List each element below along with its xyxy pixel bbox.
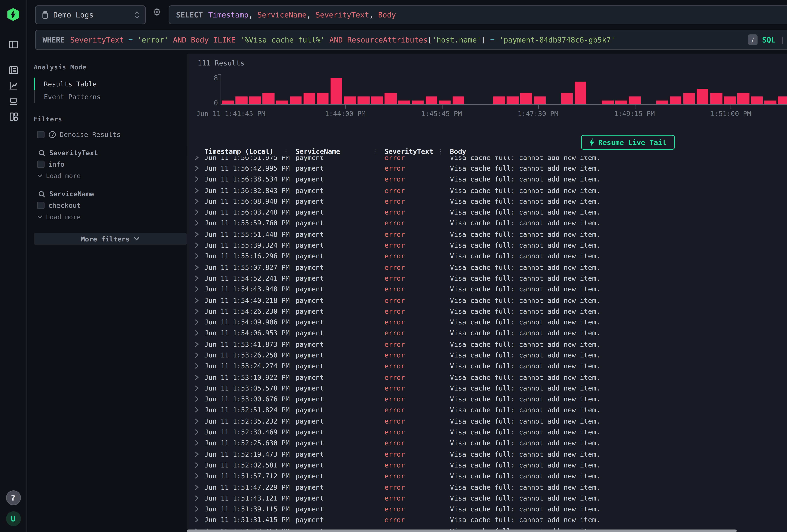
row-expand-chevron-icon[interactable] (194, 286, 199, 292)
table-row[interactable]: Jun 11 1:55:16.296 PMpaymenterrorVisa ca… (187, 251, 787, 262)
histogram-bar[interactable] (331, 78, 342, 104)
table-row[interactable]: Jun 11 1:55:59.760 PMpaymenterrorVisa ca… (187, 218, 787, 229)
histogram-bar[interactable] (669, 97, 681, 104)
horizontal-scrollbar-thumb[interactable] (187, 530, 737, 532)
filter-option-info[interactable]: info (34, 161, 187, 168)
help-button[interactable]: ? (6, 490, 20, 505)
row-expand-chevron-icon[interactable] (194, 275, 199, 281)
histogram-bar[interactable] (710, 93, 722, 104)
sql-mode-toggle[interactable]: SQL (762, 36, 775, 44)
denoise-checkbox[interactable] (37, 131, 44, 138)
histogram-bar[interactable] (371, 97, 383, 104)
row-expand-chevron-icon[interactable] (194, 440, 199, 446)
row-expand-chevron-icon[interactable] (194, 407, 199, 413)
row-expand-chevron-icon[interactable] (194, 198, 199, 204)
histogram-bar[interactable] (317, 93, 329, 104)
row-expand-chevron-icon[interactable] (194, 352, 199, 358)
table-row[interactable]: Jun 11 1:52:51.824 PMpaymenterrorVisa ca… (187, 405, 787, 416)
table-row[interactable]: Jun 11 1:56:03.248 PMpaymenterrorVisa ca… (187, 207, 787, 218)
row-expand-chevron-icon[interactable] (194, 506, 199, 512)
table-row[interactable]: Jun 11 1:52:25.630 PMpaymenterrorVisa ca… (187, 438, 787, 449)
row-expand-chevron-icon[interactable] (194, 176, 199, 183)
column-resize-handle-icon[interactable]: ⋮ (437, 147, 450, 155)
table-row[interactable]: Jun 11 1:53:41.873 PMpaymenterrorVisa ca… (187, 339, 787, 350)
row-expand-chevron-icon[interactable] (194, 473, 199, 479)
row-expand-chevron-icon[interactable] (194, 308, 199, 314)
nav-dashboards-icon[interactable] (7, 111, 19, 123)
row-expand-chevron-icon[interactable] (194, 264, 199, 270)
user-avatar[interactable]: U (6, 511, 20, 526)
row-expand-chevron-icon[interactable] (194, 253, 199, 259)
table-row[interactable]: Jun 11 1:52:35.232 PMpaymenterrorVisa ca… (187, 416, 787, 427)
table-row[interactable]: Jun 11 1:56:42.995 PMpaymenterrorVisa ca… (187, 163, 787, 174)
nav-chart-explorer-icon[interactable] (7, 80, 19, 92)
histogram-bar[interactable] (263, 93, 275, 104)
histogram-bar[interactable] (358, 97, 369, 104)
table-row[interactable]: Jun 11 1:51:43.121 PMpaymenterrorVisa ca… (187, 492, 787, 504)
row-expand-chevron-icon[interactable] (194, 363, 199, 369)
histogram-bar[interactable] (602, 100, 614, 104)
table-row[interactable]: Jun 11 1:53:10.922 PMpaymenterrorVisa ca… (187, 371, 787, 383)
table-row[interactable]: Jun 11 1:52:19.473 PMpaymenterrorVisa ca… (187, 449, 787, 460)
histogram-bar[interactable] (629, 97, 641, 104)
load-more-button[interactable]: Load more (34, 172, 187, 179)
histogram-bar[interactable] (724, 97, 736, 104)
row-expand-chevron-icon[interactable] (194, 242, 199, 248)
histogram-bar[interactable] (385, 93, 397, 104)
row-expand-chevron-icon[interactable] (194, 220, 199, 226)
table-row[interactable]: Jun 11 1:52:02.581 PMpaymenterrorVisa ca… (187, 460, 787, 471)
filter-option-checkout[interactable]: checkout (34, 201, 187, 209)
table-row[interactable]: Jun 11 1:53:00.676 PMpaymenterrorVisa ca… (187, 393, 787, 405)
histogram-bar[interactable] (697, 89, 708, 104)
row-expand-chevron-icon[interactable] (194, 165, 199, 171)
column-resize-handle-icon[interactable]: ⋮ (371, 147, 384, 155)
histogram-bar[interactable] (507, 97, 519, 104)
table-row[interactable]: Jun 11 1:54:09.906 PMpaymenterrorVisa ca… (187, 317, 787, 328)
histogram-bar[interactable] (561, 93, 573, 104)
histogram-bar[interactable] (412, 100, 424, 104)
histogram-bar[interactable] (751, 97, 763, 104)
analysis-mode-results-table[interactable]: Results Table (34, 78, 187, 90)
histogram-bar[interactable] (520, 93, 532, 104)
column-resize-handle-icon[interactable]: ⋮ (283, 147, 295, 155)
row-expand-chevron-icon[interactable] (194, 495, 199, 501)
table-row[interactable]: Jun 11 1:51:31.415 PMpaymenterrorVisa ca… (187, 514, 787, 526)
table-row[interactable]: Jun 11 1:54:52.241 PMpaymenterrorVisa ca… (187, 273, 787, 284)
table-row[interactable]: Jun 11 1:53:24.274 PMpaymenterrorVisa ca… (187, 361, 787, 371)
nav-client-sessions-icon[interactable] (7, 95, 19, 107)
row-expand-chevron-icon[interactable] (194, 385, 199, 391)
filter-checkbox[interactable] (37, 161, 44, 168)
table-row[interactable]: Jun 11 1:55:07.827 PMpaymenterrorVisa ca… (187, 262, 787, 273)
resume-live-tail-button[interactable]: Resume Live Tail (581, 135, 675, 150)
row-expand-chevron-icon[interactable] (194, 451, 199, 457)
denoise-results-toggle[interactable]: Denoise Results (34, 131, 187, 138)
row-expand-chevron-icon[interactable] (194, 330, 199, 336)
histogram-bar[interactable] (534, 97, 546, 104)
row-expand-chevron-icon[interactable] (194, 231, 199, 237)
histogram-bar[interactable] (276, 100, 288, 104)
nav-search-logs-icon[interactable] (7, 64, 19, 76)
histogram-bar[interactable] (765, 100, 776, 104)
row-expand-chevron-icon[interactable] (194, 374, 199, 380)
app-logo[interactable] (7, 8, 19, 21)
histogram-bar[interactable] (222, 100, 234, 104)
table-row[interactable]: Jun 11 1:53:26.250 PMpaymenterrorVisa ca… (187, 349, 787, 361)
histogram-bar[interactable] (738, 93, 749, 104)
table-row[interactable]: Jun 11 1:55:51.448 PMpaymenterrorVisa ca… (187, 229, 787, 240)
row-expand-chevron-icon[interactable] (194, 341, 199, 347)
row-expand-chevron-icon[interactable] (194, 187, 199, 193)
table-row[interactable]: Jun 11 1:55:39.324 PMpaymenterrorVisa ca… (187, 240, 787, 251)
row-expand-chevron-icon[interactable] (194, 418, 199, 424)
row-expand-chevron-icon[interactable] (194, 209, 199, 215)
table-row[interactable]: Jun 11 1:54:43.948 PMpaymenterrorVisa ca… (187, 284, 787, 295)
histogram-bar[interactable] (615, 100, 627, 104)
histogram-bar[interactable] (344, 97, 356, 104)
histogram-bar[interactable] (656, 100, 668, 104)
source-select[interactable]: Demo Logs (35, 5, 146, 24)
table-row[interactable]: Jun 11 1:53:05.578 PMpaymenterrorVisa ca… (187, 383, 787, 393)
histogram-bar[interactable] (290, 97, 302, 104)
table-row[interactable]: Jun 11 1:54:26.230 PMpaymenterrorVisa ca… (187, 306, 787, 317)
histogram-bar[interactable] (575, 82, 587, 104)
row-expand-chevron-icon[interactable] (194, 429, 199, 435)
histogram-bar[interactable] (683, 93, 695, 104)
